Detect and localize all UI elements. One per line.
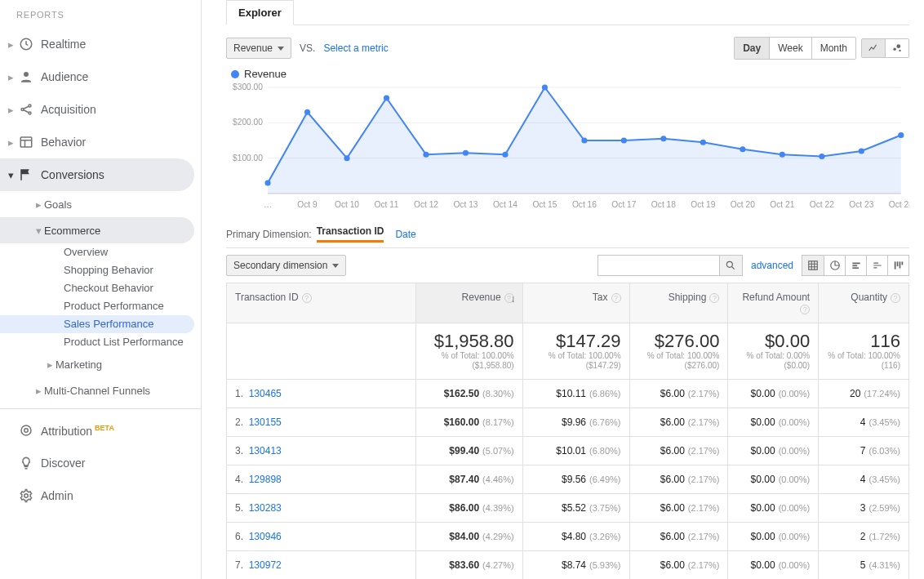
nav-attribution[interactable]: AttributionBETA [0, 414, 201, 447]
svg-text:Oct 14: Oct 14 [493, 200, 518, 209]
nav-ecommerce[interactable]: ▾ Ecommerce [0, 217, 194, 243]
svg-text:Oct 20: Oct 20 [731, 200, 755, 209]
transaction-link[interactable]: 130413 [249, 445, 282, 457]
nav-acquisition[interactable]: ▸ Acquisition [0, 93, 201, 126]
col-refund[interactable]: Refund Amount? [728, 283, 819, 323]
table-row: 1. 130465$162.50(8.30%)$10.11(6.86%)$6.0… [227, 380, 909, 408]
view-pivot-icon[interactable] [887, 256, 908, 275]
totals-row: $1,958.80% of Total: 100.00% ($1,958.80)… [227, 323, 909, 380]
svg-point-8 [24, 494, 29, 498]
time-day[interactable]: Day [735, 38, 769, 59]
nav-label: Conversions [41, 168, 104, 181]
primary-dimension-date[interactable]: Date [395, 229, 415, 240]
flag-icon [16, 167, 36, 182]
svg-rect-58 [852, 267, 859, 269]
nav-ecom-product-list-performance[interactable]: Product List Performance [0, 333, 201, 351]
search-button[interactable] [720, 255, 743, 276]
svg-point-32 [780, 152, 785, 158]
svg-text:Oct 13: Oct 13 [453, 200, 478, 209]
chevron-right-icon: ▸ [5, 71, 16, 83]
view-pie-icon[interactable] [824, 256, 845, 275]
total-revenue: $1,958.80 [424, 332, 514, 351]
svg-text:Oct 21: Oct 21 [770, 200, 794, 209]
transactions-table: Transaction ID? Revenue?↓ Tax? Shipping?… [226, 283, 909, 579]
chevron-down-icon: ▾ [5, 169, 16, 181]
svg-text:Oct 15: Oct 15 [532, 200, 557, 209]
svg-text:Oct 22: Oct 22 [810, 200, 834, 209]
transaction-link[interactable]: 130155 [249, 416, 282, 428]
motion-chart-icon[interactable] [885, 39, 908, 57]
main: Explorer Revenue VS. Select a metric Day… [202, 0, 924, 579]
svg-text:Oct 12: Oct 12 [414, 200, 438, 209]
svg-point-22 [384, 96, 389, 101]
metric-selector[interactable]: Revenue [226, 38, 291, 59]
time-granularity: Day Week Month [734, 37, 856, 60]
nav-discover[interactable]: Discover [0, 447, 201, 479]
svg-point-11 [899, 50, 900, 51]
tab-explorer[interactable]: Explorer [226, 0, 294, 25]
svg-point-3 [29, 105, 31, 107]
layout-icon [16, 135, 36, 149]
svg-point-31 [740, 146, 745, 152]
chevron-right-icon: ▸ [5, 38, 16, 51]
revenue-chart: $100.00$200.00$300.00…Oct 9Oct 10Oct 11O… [226, 83, 909, 214]
chevron-right-icon: ▸ [33, 198, 44, 211]
col-tax[interactable]: Tax? [522, 283, 629, 323]
table-row: 6. 130946$84.00(4.29%)$4.80(3.26%)$6.00(… [227, 523, 909, 551]
chart-legend: Revenue [226, 68, 909, 80]
transaction-link[interactable]: 130465 [249, 388, 282, 399]
transaction-link[interactable]: 130946 [249, 531, 282, 542]
nav-label: Audience [41, 70, 88, 83]
search-input[interactable] [597, 255, 720, 276]
view-comparison-icon[interactable] [866, 256, 887, 275]
chart-controls: Revenue VS. Select a metric Day Week Mon… [226, 25, 909, 68]
transaction-link[interactable]: 129898 [249, 474, 282, 485]
nav-marketing[interactable]: ▸ Marketing [0, 351, 201, 377]
svg-point-2 [21, 109, 24, 111]
nav-label: Ecommerce [44, 225, 100, 237]
line-chart-icon[interactable] [862, 39, 885, 57]
beta-badge: BETA [95, 424, 114, 432]
sort-desc-icon: ↓ [511, 293, 516, 305]
nav-behavior[interactable]: ▸ Behavior [0, 126, 201, 158]
separator [0, 408, 201, 409]
svg-rect-62 [901, 261, 903, 265]
col-quantity[interactable]: Quantity? [819, 283, 909, 323]
nav-realtime[interactable]: ▸ Realtime [0, 28, 201, 60]
svg-point-1 [24, 72, 29, 77]
col-revenue[interactable]: Revenue?↓ [415, 283, 522, 323]
nav-label: AttributionBETA [41, 424, 114, 438]
col-transaction-id[interactable]: Transaction ID? [227, 283, 416, 323]
time-week[interactable]: Week [769, 38, 811, 59]
nav-conversions[interactable]: ▾ Conversions [0, 158, 194, 191]
advanced-link[interactable]: advanced [751, 260, 793, 271]
time-month[interactable]: Month [811, 38, 855, 59]
svg-text:Oct 10: Oct 10 [335, 200, 359, 209]
primary-dimension-row: Primary Dimension: Transaction ID Date [226, 214, 909, 248]
svg-point-53 [727, 261, 733, 267]
nav-ecom-checkout-behavior[interactable]: Checkout Behavior [0, 279, 201, 297]
nav-ecom-product-performance[interactable]: Product Performance [0, 297, 201, 315]
nav-multi-channel-funnels[interactable]: ▸ Multi-Channel Funnels [0, 377, 201, 403]
nav-goals[interactable]: ▸ Goals [0, 191, 201, 217]
svg-text:…: … [264, 200, 272, 209]
select-metric-link[interactable]: Select a metric [323, 42, 388, 54]
svg-point-24 [463, 150, 469, 156]
primary-dimension-transaction-id[interactable]: Transaction ID [317, 225, 384, 243]
svg-text:Oct 18: Oct 18 [651, 200, 676, 209]
svg-point-10 [896, 44, 900, 48]
view-bar-icon[interactable] [845, 256, 866, 275]
nav-admin[interactable]: Admin [0, 479, 201, 512]
transaction-link[interactable]: 130972 [249, 559, 282, 571]
nav-ecom-sales-performance[interactable]: Sales Performance [0, 315, 194, 333]
secondary-dimension-selector[interactable]: Secondary dimension [226, 255, 346, 276]
nav-ecom-overview[interactable]: Overview [0, 243, 201, 261]
nav-ecom-shopping-behavior[interactable]: Shopping Behavior [0, 261, 201, 279]
nav-audience[interactable]: ▸ Audience [0, 60, 201, 93]
nav-label: Behavior [41, 136, 86, 149]
transaction-link[interactable]: 130283 [249, 502, 282, 514]
svg-rect-56 [852, 263, 860, 265]
nav-label: Realtime [41, 38, 86, 51]
view-table-icon[interactable] [802, 256, 824, 275]
col-shipping[interactable]: Shipping? [629, 283, 728, 323]
